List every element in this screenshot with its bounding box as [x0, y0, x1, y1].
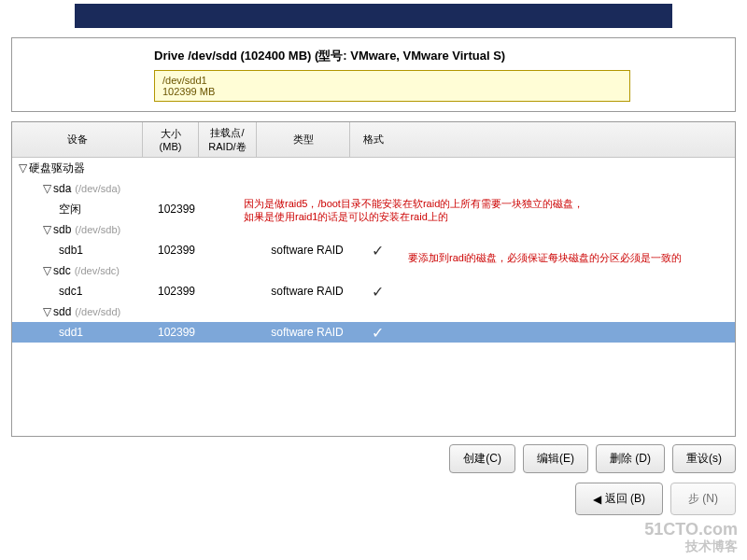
expand-icon[interactable]: ▽: [40, 305, 53, 318]
column-mount[interactable]: 挂载点/RAID/卷: [199, 122, 257, 157]
drive-box-size: 102399 MB: [162, 86, 622, 97]
watermark: 51CTO.com 技术博客: [644, 521, 738, 554]
drive-title: Drive /dev/sdd (102400 MB) (型号: VMware, …: [154, 48, 724, 64]
arrow-left-icon: ◀: [593, 493, 601, 506]
partition-sdc1[interactable]: sdc1 102399 software RAID ✓: [12, 281, 735, 301]
drive-sdd[interactable]: ▽sdd(/dev/sdd): [12, 301, 735, 322]
reset-button[interactable]: 重设(s): [672, 444, 736, 473]
column-device[interactable]: 设备: [12, 122, 143, 157]
hdd-label: 硬盘驱动器: [29, 161, 85, 176]
check-icon: ✓: [354, 324, 401, 342]
next-button[interactable]: 步 (N): [670, 483, 736, 515]
create-button[interactable]: 创建(C): [449, 444, 515, 473]
annotation-1: 因为是做raid5，/boot目录不能安装在软raid的上所有需要一块独立的磁盘…: [244, 197, 584, 223]
column-size[interactable]: 大小(MB): [143, 122, 199, 157]
expand-icon[interactable]: ▽: [40, 182, 53, 195]
drive-summary-panel: Drive /dev/sdd (102400 MB) (型号: VMware, …: [11, 37, 736, 112]
drive-partition-box[interactable]: /dev/sdd1 102399 MB: [154, 70, 630, 102]
group-hard-drives[interactable]: ▽ 硬盘驱动器: [12, 158, 735, 178]
check-icon: ✓: [354, 242, 401, 259]
header-bar: [75, 4, 672, 28]
nav-row: ◀ 返回 (B) 步 (N): [11, 483, 736, 515]
edit-button[interactable]: 编辑(E): [523, 444, 588, 473]
expand-icon[interactable]: ▽: [40, 223, 53, 236]
check-icon: ✓: [354, 283, 401, 301]
back-button[interactable]: ◀ 返回 (B): [575, 483, 663, 515]
column-type[interactable]: 类型: [257, 122, 350, 157]
partition-table: 设备 大小(MB) 挂载点/RAID/卷 类型 格式 ▽ 硬盘驱动器 ▽sda(…: [11, 121, 736, 437]
action-button-row: 创建(C) 编辑(E) 删除 (D) 重设(s): [11, 444, 736, 473]
table-body: ▽ 硬盘驱动器 ▽sda(/dev/sda) 空闲 102399 ▽sdb(/d…: [12, 158, 735, 436]
table-header: 设备 大小(MB) 挂载点/RAID/卷 类型 格式: [12, 122, 735, 158]
expand-icon[interactable]: ▽: [40, 264, 53, 277]
column-format[interactable]: 格式: [350, 122, 397, 157]
annotation-2: 要添加到radi的磁盘，必须保证每块磁盘的分区必须是一致的: [408, 251, 682, 264]
expand-icon[interactable]: ▽: [16, 161, 29, 175]
drive-box-device: /dev/sdd1: [162, 75, 622, 86]
drive-sda[interactable]: ▽sda(/dev/sda): [12, 178, 735, 199]
partition-sdd1[interactable]: sdd1 102399 software RAID ✓: [12, 322, 735, 343]
delete-button[interactable]: 删除 (D): [596, 444, 665, 473]
